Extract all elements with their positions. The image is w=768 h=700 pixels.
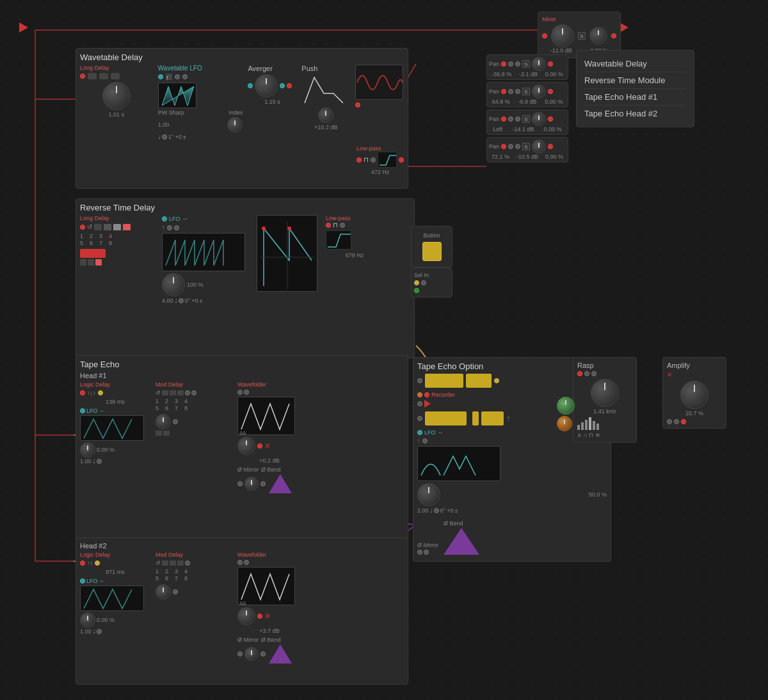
pan-2-mod2[interactable] [515,89,520,94]
h1-mirror-port[interactable] [237,481,243,486]
ld-icon1[interactable] [88,73,97,79]
push-knob[interactable] [318,107,333,123]
sidebar-item-reverse-time[interactable]: Reverse Time Module [584,72,686,89]
pan-4-out[interactable] [548,144,553,149]
h2-mirror-knob[interactable] [244,647,259,661]
lfo-arrow2[interactable] [182,74,188,79]
rec-out-port[interactable] [417,401,422,406]
mixer-pan-knob[interactable] [589,27,607,45]
h1-wf-knob[interactable] [237,437,255,455]
h1-md-ports2[interactable] [191,390,196,395]
rt-lp-in[interactable] [326,223,331,228]
h1-lfo-knob[interactable] [80,442,95,457]
avg-out-teal[interactable] [280,83,285,88]
pan-3-knob[interactable] [532,112,546,126]
h2-md-knob1[interactable] [156,584,171,600]
rt-lfo-port2[interactable] [174,225,179,230]
avg-in-teal[interactable] [248,83,253,88]
pan-4-knob[interactable] [532,139,546,154]
lfo-arrow[interactable] [175,74,180,79]
rt-ld-in[interactable] [80,225,85,230]
amp-out[interactable] [681,419,686,424]
h1-wf-ports2[interactable] [244,390,249,395]
pan-2-s[interactable]: S [522,88,530,95]
rasp-orange-knob[interactable] [557,416,572,431]
rasp-port3[interactable] [591,371,596,376]
h2-wf-knob[interactable] [237,607,255,625]
mixer-s-button[interactable]: S [578,32,586,40]
pan-3-mod2[interactable] [515,116,520,122]
lfo-note-port[interactable] [162,134,167,139]
h2-ld-in[interactable] [80,561,85,566]
button-rect[interactable] [422,242,442,261]
play-button-left[interactable] [19,22,28,33]
mixer-level-knob[interactable] [551,24,574,47]
lp-wt-in[interactable] [356,157,362,163]
h2-lfo-port[interactable] [97,629,102,634]
h2-wf-ports[interactable] [237,560,243,565]
teo-yellow-port[interactable] [494,378,499,383]
sidebar-item-tape-echo-2[interactable]: Tape Echo Head #2 [584,106,686,122]
rec-port2[interactable] [424,392,429,397]
h2-md-port1[interactable] [173,589,178,594]
amp-port1[interactable] [667,419,672,424]
rasp-green-knob[interactable] [557,397,575,415]
pan-3-out[interactable] [548,116,553,122]
pan-1-mod[interactable] [508,61,513,67]
pan-2-mod[interactable] [508,89,513,94]
lp-wt-mod[interactable] [371,157,376,163]
pan-1-s[interactable]: S [522,60,530,68]
rasp-in[interactable] [577,371,582,376]
pan-4-mod[interactable] [508,144,513,149]
teo-mirror-in[interactable] [417,550,422,555]
h1-lfo-link[interactable] [80,408,85,413]
long-delay-knob[interactable] [102,82,131,110]
wt-out-port[interactable] [355,102,360,107]
h2-lfo-link[interactable] [80,578,85,584]
rasp-knob[interactable] [591,379,619,407]
pan-2-out[interactable] [548,89,553,94]
h1-ld-in[interactable] [80,390,85,395]
h1-lfo-port[interactable] [97,459,102,464]
sidebar-item-wavetable-delay[interactable]: Wavetable Delay [584,56,686,72]
h2-md-ports[interactable] [185,561,190,566]
sidebar-item-tape-echo-1[interactable]: Tape Echo Head #1 [584,89,686,106]
amplify-knob[interactable] [680,381,708,409]
lp-wt-out[interactable] [399,157,404,163]
pan-4-mod2[interactable] [515,144,520,149]
lfo-up-arrow[interactable]: ↑ [166,74,172,80]
avg-out-red[interactable] [287,83,292,88]
h2-lfo-knob[interactable] [80,612,95,628]
amp-port2[interactable] [674,419,679,424]
pan-1-mod2[interactable] [515,61,520,67]
teo-lfo-port1[interactable] [422,438,428,443]
h1-md-ports[interactable] [185,390,190,395]
wt-index-knob[interactable] [227,117,243,132]
rt-lfo-knob[interactable] [162,273,185,296]
lfo-link-port[interactable] [158,74,163,79]
pan-3-in[interactable] [501,116,506,122]
ld-icon3[interactable] [111,73,120,79]
h1-wf-out[interactable] [257,443,262,449]
pan-4-s[interactable]: S [522,143,530,150]
ld-icon2[interactable] [99,73,108,79]
pan-1-knob[interactable] [532,57,546,71]
h2-mirror-out[interactable] [260,651,266,656]
mixer-output-port[interactable] [611,33,616,38]
h1-md-knob1[interactable] [156,414,171,429]
pan-1-out[interactable] [548,61,553,67]
teo-port1[interactable] [417,378,422,383]
teo-lfo-link[interactable] [417,430,422,435]
teo-rate-port[interactable] [434,508,439,513]
h2-mirror-port[interactable] [237,651,243,656]
h1-mirror-knob[interactable] [244,477,259,491]
rec-port1[interactable] [417,392,422,397]
rt-lp-mod[interactable] [340,223,345,228]
rt-lfo-link[interactable] [162,216,167,221]
sel-in-out[interactable] [414,288,419,293]
teo-lfo-knob[interactable] [417,483,440,506]
rt-lfo-port1[interactable] [167,225,172,230]
play-button-right[interactable] [620,22,628,33]
pan-4-in[interactable] [501,144,506,149]
pan-3-mod[interactable] [508,116,513,122]
